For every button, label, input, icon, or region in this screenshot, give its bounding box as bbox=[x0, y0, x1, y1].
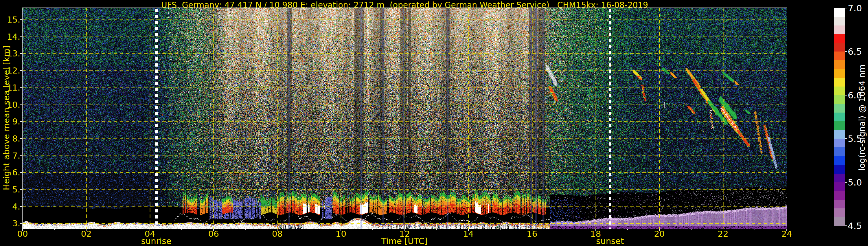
tick-mark bbox=[845, 51, 847, 52]
y-tick-label: 6. bbox=[0, 167, 20, 178]
y-tick-label: 8. bbox=[0, 133, 20, 144]
tick-mark bbox=[20, 20, 22, 20]
tick-mark bbox=[627, 228, 628, 230]
tick-mark bbox=[150, 228, 150, 231]
tick-mark bbox=[468, 228, 469, 231]
tick-mark bbox=[22, 228, 23, 231]
tick-mark bbox=[277, 228, 277, 231]
tick-mark bbox=[500, 228, 500, 230]
tick-mark bbox=[845, 95, 847, 95]
tick-mark bbox=[691, 228, 691, 230]
colorbar-tick-label: 7.0 bbox=[848, 3, 868, 13]
tick-mark bbox=[181, 228, 182, 230]
tick-mark bbox=[20, 36, 22, 37]
y-tick-label: 15. bbox=[0, 14, 20, 25]
tick-mark bbox=[86, 228, 87, 231]
tick-mark bbox=[118, 228, 118, 230]
tick-mark bbox=[436, 228, 437, 230]
tick-mark bbox=[20, 53, 22, 54]
tick-mark bbox=[404, 228, 405, 231]
tick-mark bbox=[659, 228, 660, 231]
colorbar bbox=[834, 8, 845, 226]
tick-mark bbox=[20, 121, 22, 122]
tick-mark bbox=[309, 228, 309, 230]
tick-mark bbox=[20, 223, 22, 224]
tick-mark bbox=[213, 228, 214, 231]
tick-mark bbox=[845, 8, 847, 8]
y-tick-label: 9. bbox=[0, 116, 20, 127]
tick-mark bbox=[20, 206, 22, 207]
tick-mark bbox=[20, 155, 22, 156]
sunrise-annotation: sunrise bbox=[127, 236, 185, 246]
tick-mark bbox=[20, 87, 22, 88]
tick-mark bbox=[845, 225, 847, 226]
tick-mark bbox=[564, 228, 564, 230]
sunset-annotation: sunset bbox=[581, 236, 639, 246]
tick-mark bbox=[723, 228, 723, 231]
tick-mark bbox=[20, 104, 22, 105]
tick-mark bbox=[54, 228, 55, 230]
y-tick-label: 7. bbox=[0, 150, 20, 161]
backscatter-heatmap-canvas bbox=[23, 8, 787, 228]
tick-mark bbox=[20, 70, 22, 71]
tick-mark bbox=[341, 228, 341, 231]
tick-mark bbox=[532, 228, 532, 231]
tick-mark bbox=[786, 228, 787, 231]
y-tick-label: 10. bbox=[0, 99, 20, 110]
tick-mark bbox=[372, 228, 373, 230]
y-tick-label: 11. bbox=[0, 82, 20, 93]
y-tick-label: 13. bbox=[0, 48, 20, 59]
x-axis-label: Time [UTC] bbox=[376, 236, 433, 246]
colorbar-label: log(rc-signal) @ 1064 nm bbox=[857, 31, 866, 204]
tick-mark bbox=[845, 139, 847, 139]
ceilometer-quicklook-figure: UFS, Germany; 47.417 N / 10.980 E; eleva… bbox=[0, 0, 868, 246]
y-tick-label: 4. bbox=[0, 201, 20, 212]
tick-mark bbox=[20, 189, 22, 190]
y-tick-label: 12. bbox=[0, 65, 20, 76]
y-tick-label: 5. bbox=[0, 184, 20, 195]
plot-area bbox=[22, 7, 787, 229]
tick-mark bbox=[245, 228, 246, 230]
tick-mark bbox=[754, 228, 755, 230]
tick-mark bbox=[20, 139, 22, 139]
tick-mark bbox=[595, 228, 596, 231]
tick-mark bbox=[845, 182, 847, 183]
tick-mark bbox=[20, 172, 22, 173]
colorbar-tick-label: 4.5 bbox=[848, 220, 868, 231]
y-tick-label: 3. bbox=[0, 218, 20, 229]
y-tick-label: 14. bbox=[0, 31, 20, 42]
